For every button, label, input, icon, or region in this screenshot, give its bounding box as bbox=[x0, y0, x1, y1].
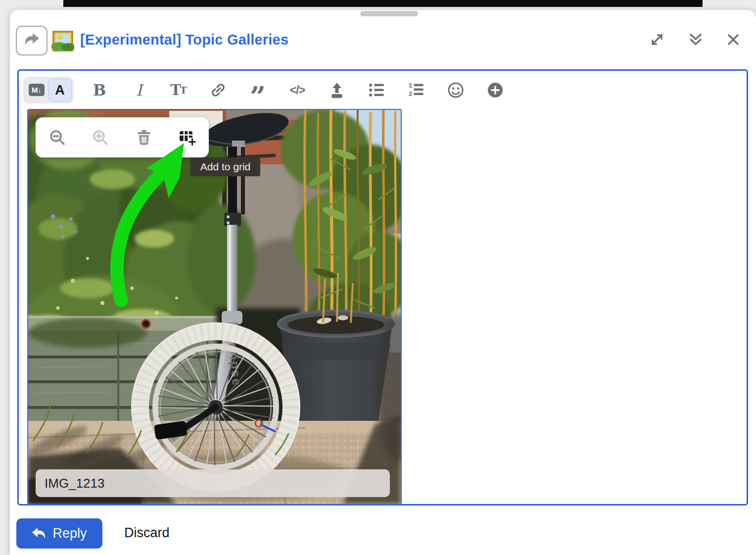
collapse-button[interactable] bbox=[685, 29, 707, 50]
trash-icon bbox=[135, 129, 153, 147]
image-scale-up-button[interactable] bbox=[90, 127, 111, 149]
bullet-list-button[interactable] bbox=[365, 78, 388, 102]
expand-button[interactable] bbox=[646, 29, 668, 50]
text-size-button[interactable]: TT bbox=[167, 78, 190, 102]
upload-icon bbox=[328, 81, 346, 100]
reply-arrow-icon bbox=[32, 527, 47, 540]
rich-text-mode-button[interactable]: A bbox=[48, 79, 72, 101]
zoom-in-icon bbox=[92, 129, 109, 147]
image-caption-input[interactable]: IMG_1213 bbox=[36, 469, 390, 497]
upload-button[interactable] bbox=[325, 78, 349, 102]
composer-window: [Experimental] Topic Galleries M↓ A B I … bbox=[0, 0, 756, 555]
add-to-grid-tooltip: Add to grid bbox=[190, 157, 260, 176]
markdown-icon: M↓ bbox=[29, 84, 45, 96]
composer-toolbar: M↓ A B I TT ” </> 1 2 bbox=[23, 75, 523, 105]
image-scale-down-button[interactable] bbox=[47, 127, 68, 149]
italic-button[interactable]: I bbox=[127, 78, 151, 102]
framed-picture-icon bbox=[51, 30, 74, 52]
zoom-out-icon bbox=[48, 129, 66, 147]
ordered-list-icon: 1 2 bbox=[407, 81, 425, 100]
svg-text:2: 2 bbox=[409, 90, 412, 98]
forward-arrow-icon bbox=[23, 32, 40, 49]
emoji-button[interactable] bbox=[444, 78, 468, 102]
link-icon bbox=[209, 81, 228, 100]
image-caption-text: IMG_1213 bbox=[45, 476, 104, 491]
plus-circle-icon bbox=[485, 80, 505, 100]
uploaded-image-preview[interactable]: Eclipse bbox=[28, 110, 401, 504]
reply-button[interactable]: Reply bbox=[16, 518, 102, 549]
emoji-icon bbox=[446, 81, 465, 100]
bold-button[interactable]: B bbox=[88, 78, 111, 102]
svg-text:1: 1 bbox=[409, 82, 412, 89]
close-icon bbox=[725, 31, 742, 48]
quote-button[interactable]: ” bbox=[246, 85, 270, 108]
rich-text-icon: A bbox=[55, 83, 65, 98]
discard-button[interactable]: Discard bbox=[121, 525, 173, 541]
ordered-list-button[interactable]: 1 2 bbox=[404, 78, 428, 102]
editor-mode-toggle: M↓ A bbox=[23, 77, 74, 103]
composer-resize-handle[interactable] bbox=[360, 11, 418, 16]
topic-title-link[interactable]: [Experimental] Topic Galleries bbox=[80, 32, 288, 48]
share-button[interactable] bbox=[16, 26, 47, 55]
close-button[interactable] bbox=[722, 29, 744, 50]
more-options-button[interactable] bbox=[483, 78, 507, 102]
code-button[interactable]: </> bbox=[285, 78, 309, 102]
image-edit-toolbar bbox=[36, 117, 209, 157]
bullet-list-icon bbox=[367, 81, 386, 100]
image-delete-button[interactable] bbox=[133, 127, 155, 149]
background-page-strip bbox=[63, 0, 703, 7]
markdown-mode-button[interactable]: M↓ bbox=[25, 79, 48, 101]
double-chevron-down-icon bbox=[687, 31, 705, 49]
expand-icon bbox=[648, 31, 666, 49]
grid-plus-icon bbox=[178, 128, 196, 147]
image-add-to-grid-button[interactable] bbox=[176, 127, 198, 149]
link-button[interactable] bbox=[206, 78, 230, 102]
